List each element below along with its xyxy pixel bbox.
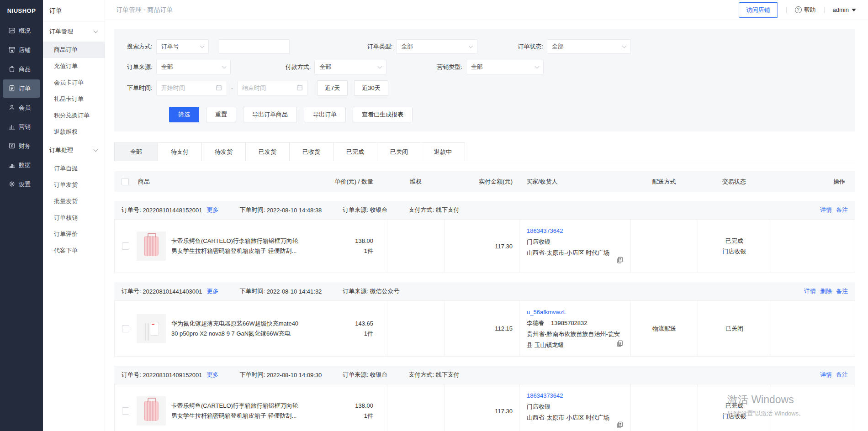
submenu-item-goods-orders[interactable]: 商品订单 [43, 42, 105, 58]
delivery-cell [631, 220, 698, 273]
tab-shipped[interactable]: 已发货 [246, 142, 290, 161]
more-link[interactable]: 更多 [206, 206, 218, 214]
order-actions: 详情 备注 [820, 371, 848, 379]
keyword-input[interactable] [219, 39, 290, 54]
chevron-down-icon [622, 43, 626, 48]
copy-address-icon[interactable] [617, 340, 623, 351]
quantity: 1件 [355, 246, 373, 256]
help-button[interactable]: ? 帮助 [795, 6, 816, 14]
product-image [137, 396, 166, 426]
last-7-days-button[interactable]: 近7天 [317, 80, 348, 96]
select-value: 全部 [319, 63, 331, 71]
sidebar-item-orders[interactable]: 订单 [3, 79, 40, 98]
header-product: 商品 单价(元) / 数量 [114, 178, 387, 186]
order-source-select[interactable]: 全部 [156, 60, 231, 74]
detail-link[interactable]: 详情 [820, 371, 832, 379]
orders-submenu: 订单 订单管理 商品订单 充值订单 会员卡订单 礼品卡订单 积分兑换订单 退款维… [43, 0, 105, 431]
calendar-icon [296, 84, 303, 92]
sidebar-item-shop[interactable]: 店铺 [3, 41, 40, 59]
buyer-account-link[interactable]: 18634373642 [527, 226, 624, 237]
submenu-item-batch-shipping[interactable]: 批量发货 [43, 193, 105, 210]
order-status-select[interactable]: 全部 [547, 39, 631, 54]
sidebar-item-members[interactable]: 会员 [3, 99, 40, 117]
sidebar-item-goods[interactable]: 商品 [3, 60, 40, 79]
detail-link[interactable]: 详情 [804, 287, 816, 295]
start-date-input[interactable]: 开始时间 [156, 81, 227, 95]
header-action: 操作 [771, 178, 855, 186]
more-link[interactable]: 更多 [206, 371, 218, 379]
row-checkbox[interactable] [122, 407, 129, 415]
visit-shop-button[interactable]: 访问店铺 [739, 2, 778, 18]
action-cell [771, 301, 855, 356]
content: 搜索方式: 订单号 订单类型: 全部 订单状态: 全部 订单来源: [105, 20, 868, 431]
col-label: 商品 [138, 178, 150, 186]
marketing-type-select[interactable]: 全部 [466, 60, 544, 74]
export-orders-button[interactable]: 导出订单 [304, 107, 346, 122]
paid-amount-cell: 112.15 [445, 301, 519, 356]
more-link[interactable]: 更多 [206, 287, 218, 295]
submenu-item-points-orders[interactable]: 积分兑换订单 [43, 107, 105, 124]
rights-cell [387, 220, 445, 273]
search-type-select[interactable]: 订单号 [156, 39, 209, 54]
submenu-item-membercard-orders[interactable]: 会员卡订单 [43, 74, 105, 91]
sidebar-item-data[interactable]: 数据 [3, 156, 40, 174]
select-all-checkbox[interactable] [122, 178, 129, 185]
submenu-item-order-review[interactable]: 订单评价 [43, 226, 105, 242]
pay-type-select[interactable]: 全部 [314, 60, 386, 74]
paid-amount-cell: 117.30 [445, 384, 519, 431]
row-checkbox[interactable] [122, 242, 129, 250]
copy-address-icon[interactable] [617, 421, 623, 431]
submenu-item-order-pickup[interactable]: 订单自提 [43, 160, 105, 177]
submenu-group-order-processing[interactable]: 订单处理 [43, 140, 105, 160]
row-checkbox[interactable] [122, 325, 129, 332]
order-time: 下单时间: 2022-08-10 14:09:30 [239, 371, 322, 379]
action-cell [771, 384, 855, 431]
submenu-item-order-verify[interactable]: 订单核销 [43, 210, 105, 226]
caret-down-icon [852, 9, 856, 11]
submenu-item-order-shipping[interactable]: 订单发货 [43, 177, 105, 193]
sidebar-item-marketing[interactable]: 营销 [3, 118, 40, 136]
sidebar-item-finance[interactable]: 财务 [3, 137, 40, 155]
remark-link[interactable]: 备注 [836, 287, 848, 295]
buyer-account-link[interactable]: u_56afkmvwzL [527, 307, 624, 318]
tab-refunding[interactable]: 退款中 [421, 142, 465, 161]
sidebar-item-overview[interactable]: 概况 [3, 22, 40, 40]
product-image [137, 231, 166, 261]
tab-pending-shipment[interactable]: 待发货 [202, 142, 246, 161]
filter-button[interactable]: 筛选 [169, 107, 199, 122]
copy-address-icon[interactable] [617, 256, 623, 267]
order-block: 订单号: 202208101409152001 更多 下单时间: 2022-08… [114, 366, 855, 431]
topbar: 订单管理 - 商品订单 访问店铺 ? 帮助 admin [105, 0, 868, 20]
tab-closed[interactable]: 已关闭 [377, 142, 421, 161]
order-type-select[interactable]: 全部 [396, 39, 477, 54]
export-order-goods-button[interactable]: 导出订单商品 [243, 107, 297, 122]
submenu-item-proxy-order[interactable]: 代客下单 [43, 242, 105, 259]
tab-all[interactable]: 全部 [114, 142, 158, 161]
delivery-cell [631, 384, 698, 431]
order-pay-type: 支付方式: 线下支付 [409, 206, 460, 214]
reset-button[interactable]: 重置 [206, 107, 236, 122]
user-menu[interactable]: admin [833, 6, 856, 13]
detail-link[interactable]: 详情 [820, 206, 832, 214]
tab-received[interactable]: 已收货 [290, 142, 333, 161]
delivery-cell: 物流配送 [631, 301, 698, 356]
end-date-input[interactable]: 结束时间 [237, 81, 308, 95]
sidebar-item-settings[interactable]: 设置 [3, 175, 40, 194]
remark-link[interactable]: 备注 [836, 371, 848, 379]
view-reports-button[interactable]: 查看已生成报表 [353, 107, 413, 122]
unit-price: 138.00 [355, 401, 373, 411]
pay-type-label: 付款方式: [286, 63, 311, 71]
tab-completed[interactable]: 已完成 [333, 142, 377, 161]
submenu-group-order-management[interactable]: 订单管理 [43, 21, 105, 42]
placeholder-text: 结束时间 [242, 84, 266, 92]
submenu-item-refund-rights[interactable]: 退款维权 [43, 124, 105, 140]
buyer-account-link[interactable]: 18634373642 [527, 390, 624, 401]
delete-link[interactable]: 删除 [820, 287, 832, 295]
submenu-item-giftcard-orders[interactable]: 礼品卡订单 [43, 91, 105, 107]
submenu-item-recharge-orders[interactable]: 充值订单 [43, 58, 105, 74]
order-header: 订单号: 202208101448152001 更多 下单时间: 2022-08… [114, 201, 855, 219]
remark-link[interactable]: 备注 [836, 206, 848, 214]
tab-pending-payment[interactable]: 待支付 [158, 142, 202, 161]
last-30-days-button[interactable]: 近30天 [354, 80, 388, 96]
order-no: 订单号: 202208101448152001 更多 [122, 206, 218, 214]
